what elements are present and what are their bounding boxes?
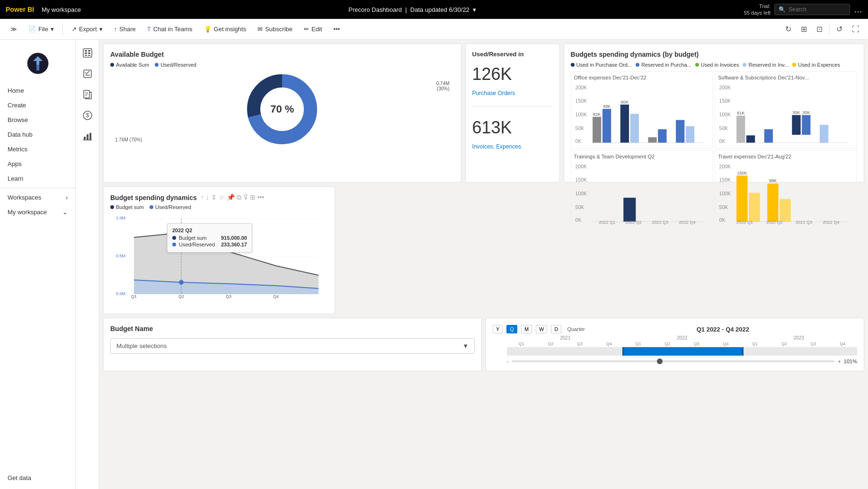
- zoom-track[interactable]: [512, 360, 835, 362]
- powerbi-logo[interactable]: Power BI: [6, 6, 34, 13]
- dot5: [792, 63, 796, 67]
- svg-rect-48: [792, 115, 801, 135]
- period-q-button[interactable]: Q: [506, 325, 517, 333]
- dot4: [743, 63, 746, 67]
- share-button[interactable]: ↑ Share: [109, 23, 141, 35]
- used-reserved-label1[interactable]: Purchase Orders: [472, 90, 553, 96]
- table-icon[interactable]: ⊞: [250, 193, 256, 201]
- zoom-plus-icon[interactable]: +: [838, 358, 841, 364]
- chevron-down-icon[interactable]: ▾: [473, 6, 476, 13]
- view-button[interactable]: ⊞: [798, 22, 810, 36]
- zoom-minus-icon[interactable]: -: [507, 358, 509, 364]
- donut-chart: 70 % 0.74M (30%) 1.76M (70%): [110, 71, 454, 147]
- legend-purchase-reserved: Reserved in Purcha...: [636, 62, 691, 68]
- refresh-button[interactable]: ↻: [782, 22, 794, 36]
- expand-icon[interactable]: ⇕: [211, 193, 217, 201]
- edit-button[interactable]: ✏ Edit: [299, 23, 327, 35]
- svg-text:50K: 50K: [575, 205, 584, 210]
- trainings-title: Trainings & Team Development Q2: [574, 154, 710, 159]
- timeline-track[interactable]: [507, 347, 857, 356]
- sidebar-item-home[interactable]: Home: [0, 83, 75, 98]
- sidebar-item-datahub[interactable]: Data hub: [0, 127, 75, 142]
- used-reserved-label2[interactable]: Invoices, Expences: [472, 143, 553, 150]
- used-reserved-card: Used/Reserved in 126K Purchase Orders 61…: [465, 44, 560, 183]
- budget-name-dropdown[interactable]: Multiple selections ▼: [110, 338, 475, 354]
- legend-expences-used: Used in Expences: [792, 62, 840, 68]
- more-icon[interactable]: …: [854, 5, 862, 15]
- line-chart-title: Budget spending dynamics: [110, 194, 197, 201]
- svg-text:200K: 200K: [719, 164, 731, 169]
- zoom-thumb[interactable]: [657, 358, 663, 364]
- period-m-button[interactable]: M: [521, 325, 532, 333]
- sidebar-item-metrics[interactable]: Metrics: [0, 142, 75, 157]
- svg-rect-6: [85, 55, 87, 56]
- travel-svg: 200K 150K 100K 50K 0K 150K: [718, 161, 854, 224]
- svg-rect-72: [749, 193, 760, 222]
- timeline-handle-left[interactable]: [622, 347, 624, 356]
- svg-text:30K: 30K: [793, 110, 800, 115]
- get-insights-button[interactable]: 💡 Get insights: [199, 23, 251, 35]
- svg-text:0K: 0K: [575, 139, 581, 144]
- svg-text:1.0M: 1.0M: [116, 216, 125, 220]
- svg-text:0.0M: 0.0M: [116, 291, 125, 296]
- sort-asc-icon[interactable]: ↑: [201, 193, 204, 201]
- donut-annotation-top: 0.74M (30%): [436, 81, 450, 91]
- file-button[interactable]: 📄 File ▾: [24, 23, 59, 35]
- sidebar-item-apps[interactable]: Apps: [0, 157, 75, 171]
- sidebar-item-getdata[interactable]: Get data: [0, 471, 75, 485]
- search-box[interactable]: 🔍: [774, 4, 850, 15]
- used-reserved-value2: 613K: [472, 118, 553, 138]
- period-w-button[interactable]: W: [536, 325, 547, 333]
- timeline-selection[interactable]: [622, 347, 742, 356]
- sidebar-item-browse[interactable]: Browse: [0, 113, 75, 127]
- travel-area: 200K 150K 100K 50K 0K 150K: [718, 161, 854, 224]
- sidebar-item-learn[interactable]: Learn: [0, 171, 75, 186]
- chat-in-teams-button[interactable]: T Chat in Teams: [142, 23, 197, 35]
- more-button[interactable]: •••: [328, 23, 345, 35]
- pin-icon[interactable]: 📌: [227, 193, 235, 201]
- svg-rect-8: [84, 70, 91, 78]
- svg-text:150K: 150K: [575, 98, 586, 104]
- sidebar-icon-dollar[interactable]: $: [78, 106, 97, 125]
- subscribe-button[interactable]: ✉ Subscribe: [253, 23, 297, 35]
- svg-text:2022 Q2: 2022 Q2: [766, 220, 783, 224]
- search-input[interactable]: [788, 6, 846, 13]
- bookmark-icon[interactable]: ☆: [219, 193, 225, 201]
- svg-text:2022 Q1: 2022 Q1: [599, 220, 615, 225]
- trainings-chart: Trainings & Team Development Q2 200K 150…: [571, 150, 713, 227]
- svg-rect-16: [84, 137, 86, 140]
- refresh2-button[interactable]: ↺: [833, 22, 845, 36]
- budgets-dynamics-legend: Used in Purchase Ord... Reserved in Purc…: [571, 62, 857, 68]
- office-expenses-area: 200K 150K 100K 50K 0K 82K 49K: [574, 82, 710, 145]
- sidebar-item-create[interactable]: Create: [0, 98, 75, 113]
- main-layout: Home Create Browse Data hub Metrics Apps…: [0, 40, 868, 489]
- sidebar-icon-checklist[interactable]: [78, 64, 97, 83]
- timeline-card: Y Q M W D Quarter Q1 2022 - Q4 2022 2021…: [486, 318, 864, 371]
- period-d-button[interactable]: D: [551, 325, 561, 333]
- more-chart-icon[interactable]: •••: [257, 193, 265, 201]
- timeline-handle-right[interactable]: [742, 347, 744, 356]
- export-button[interactable]: ↗ Export ▾: [67, 23, 107, 35]
- svg-rect-29: [602, 109, 611, 143]
- sidebar-icon-reports[interactable]: [78, 85, 97, 104]
- office-expenses-chart: Office expenses Dec'21-Dec'22 200K 150K …: [571, 71, 713, 148]
- svg-text:200K: 200K: [719, 85, 731, 90]
- timeline-quarters: Q1 Q2 Q3 Q4 Q1 Q2 Q3 Q4 Q1 Q2 Q3 Q4: [507, 341, 857, 346]
- sidebar-item-workspaces[interactable]: Workspaces ›: [0, 190, 75, 205]
- edit-icon: ✏: [304, 26, 309, 33]
- donut-annotation-bottom: 1.76M (70%): [115, 137, 142, 142]
- expand-button[interactable]: ≫: [6, 23, 22, 35]
- fullscreen-button[interactable]: ⛶: [849, 22, 862, 36]
- fit-button[interactable]: ⊡: [814, 22, 825, 36]
- sidebar-icon-calculator[interactable]: [78, 44, 97, 62]
- copy-icon[interactable]: ⧉: [237, 193, 241, 201]
- sidebar-icon-barchart[interactable]: [78, 127, 97, 146]
- filter-icon[interactable]: ⊽: [243, 193, 248, 201]
- workspace-label[interactable]: My workspace: [42, 6, 81, 13]
- sort-desc-icon[interactable]: ↓: [206, 193, 209, 201]
- svg-text:49K: 49K: [603, 104, 611, 109]
- legend-used: Used/Reserved: [155, 62, 196, 68]
- legend-invoices-reserved: Reserved in Inv...: [743, 62, 788, 68]
- sidebar-item-myworkspace[interactable]: My workspace ⌄: [0, 205, 75, 219]
- period-y-button[interactable]: Y: [493, 325, 503, 333]
